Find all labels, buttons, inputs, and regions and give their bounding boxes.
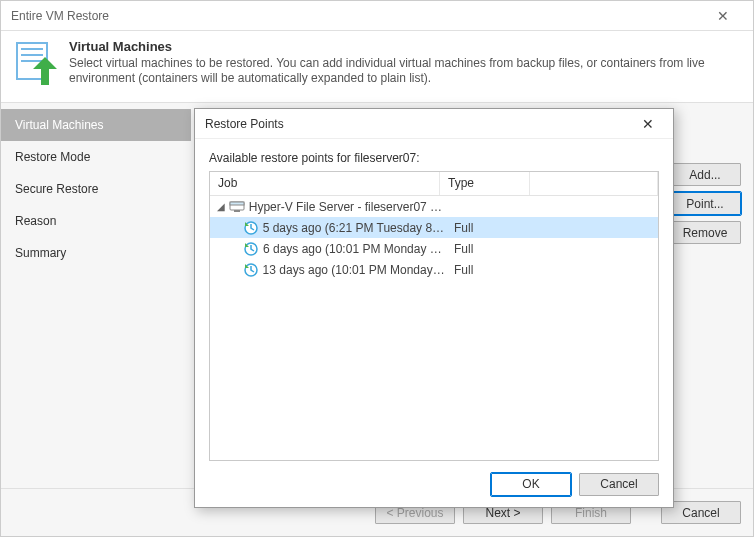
restore-point-row[interactable]: 5 days ago (6:21 PM Tuesday 8/8/20... Fu…	[210, 217, 658, 238]
column-spacer	[530, 172, 658, 195]
restore-point-label: 13 days ago (10:01 PM Monday 7/31...	[263, 263, 446, 277]
restore-point-row[interactable]: 13 days ago (10:01 PM Monday 7/31... Ful…	[210, 259, 658, 280]
vm-restore-icon	[11, 39, 59, 87]
restore-point-type: Full	[446, 221, 536, 235]
restore-point-icon	[243, 241, 259, 257]
job-row[interactable]: ◢ Hyper-V File Server - fileserver07 (De…	[210, 196, 658, 217]
wizard-sidebar: Virtual Machines Restore Mode Secure Res…	[1, 103, 191, 488]
svg-rect-5	[230, 202, 244, 205]
column-type[interactable]: Type	[440, 172, 530, 195]
job-icon	[229, 199, 245, 215]
right-button-group: Add... Point... Remove	[669, 163, 741, 244]
modal-cancel-button[interactable]: Cancel	[579, 473, 659, 496]
title-bar: Entire VM Restore ✕	[1, 1, 753, 31]
sidebar-item-virtual-machines[interactable]: Virtual Machines	[1, 109, 191, 141]
sidebar-item-reason[interactable]: Reason	[1, 205, 191, 237]
sidebar-item-secure-restore[interactable]: Secure Restore	[1, 173, 191, 205]
restore-points-grid: Job Type ◢ Hyper-	[209, 171, 659, 461]
modal-close-icon[interactable]: ✕	[633, 109, 663, 139]
sidebar-item-restore-mode[interactable]: Restore Mode	[1, 141, 191, 173]
remove-button[interactable]: Remove	[669, 221, 741, 244]
ok-button[interactable]: OK	[491, 473, 571, 496]
header-desc: Select virtual machines to be restored. …	[69, 56, 743, 86]
sidebar-item-summary[interactable]: Summary	[1, 237, 191, 269]
restore-point-icon	[243, 262, 259, 278]
close-icon[interactable]: ✕	[703, 1, 743, 31]
job-label: Hyper-V File Server - fileserver07 (Defa…	[249, 200, 446, 214]
modal-subtitle: Available restore points for fileserver0…	[209, 151, 659, 165]
restore-point-label: 5 days ago (6:21 PM Tuesday 8/8/20...	[263, 221, 446, 235]
grid-rows: ◢ Hyper-V File Server - fileserver07 (De…	[210, 196, 658, 280]
restore-point-type: Full	[446, 242, 536, 256]
restore-point-icon	[243, 220, 259, 236]
modal-title-text: Restore Points	[205, 109, 284, 139]
restore-points-dialog: Restore Points ✕ Available restore point…	[194, 108, 674, 508]
add-button[interactable]: Add...	[669, 163, 741, 186]
grid-header: Job Type	[210, 172, 658, 196]
restore-point-type: Full	[446, 263, 536, 277]
title-text: Entire VM Restore	[11, 1, 109, 31]
modal-footer: OK Cancel	[195, 461, 673, 507]
point-button[interactable]: Point...	[669, 192, 741, 215]
expander-icon[interactable]: ◢	[216, 201, 227, 212]
modal-title-bar: Restore Points ✕	[195, 109, 673, 139]
header-title: Virtual Machines	[69, 39, 743, 54]
restore-point-row[interactable]: 6 days ago (10:01 PM Monday 8/7/2... Ful…	[210, 238, 658, 259]
restore-point-label: 6 days ago (10:01 PM Monday 8/7/2...	[263, 242, 446, 256]
column-job[interactable]: Job	[210, 172, 440, 195]
header-text: Virtual Machines Select virtual machines…	[69, 39, 743, 86]
svg-rect-6	[234, 210, 240, 212]
header-panel: Virtual Machines Select virtual machines…	[1, 31, 753, 103]
